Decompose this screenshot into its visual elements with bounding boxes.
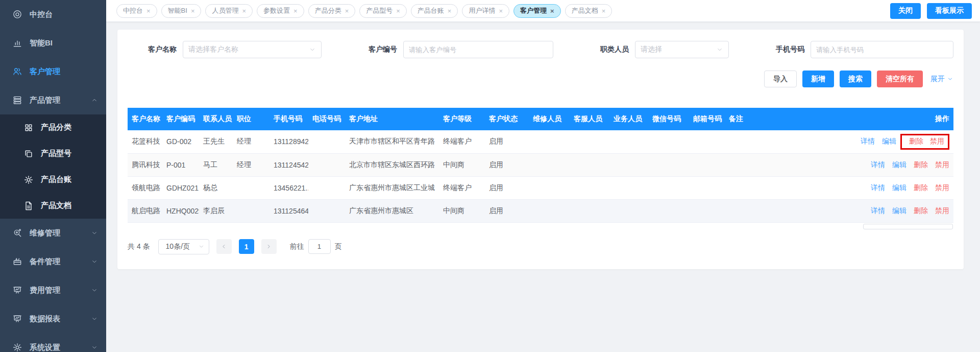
goto-page-input[interactable] — [308, 239, 331, 254]
close-icon[interactable]: × — [602, 8, 606, 14]
filter-phone: 手机号码 — [776, 41, 953, 58]
next-page-button[interactable] — [261, 239, 277, 254]
goto-label: 前往 — [290, 242, 304, 251]
disable-link[interactable]: 禁用 — [935, 206, 949, 215]
col-header: 客服人员 — [570, 108, 609, 130]
delete-link[interactable]: 删除 — [909, 137, 923, 145]
table-header-row: 客户名称 客户编码 联系人员 职位 手机号码 电话号码 客户地址 客户等级 客户… — [128, 108, 953, 130]
sidebar-item-bi[interactable]: 智能BI — [0, 29, 106, 57]
delete-link[interactable]: 删除 — [914, 206, 928, 215]
tab-product-model[interactable]: 产品型号× — [359, 4, 407, 18]
sidebar-item-spare-parts[interactable]: 备件管理 — [0, 247, 106, 276]
staff-type-select[interactable]: 请选择 — [635, 41, 729, 58]
import-button[interactable]: 导入 — [764, 71, 797, 87]
row-actions: 详情编辑删除禁用 — [801, 176, 953, 199]
prev-page-button[interactable] — [216, 239, 232, 254]
customer-name-select[interactable]: 请选择客户名称 — [183, 41, 322, 58]
col-header: 客户名称 — [128, 108, 162, 130]
sidebar-item-repair[interactable]: 维修管理 — [0, 219, 106, 247]
grid-icon — [23, 123, 34, 133]
close-button[interactable]: 关闭 — [890, 3, 921, 19]
board-view-button[interactable]: 看板展示 — [927, 3, 972, 19]
close-icon[interactable]: × — [345, 8, 349, 14]
table-row[interactable]: 领航电路 GDHZ021... 杨总 13456221... 广东省惠州市惠城区… — [128, 176, 953, 199]
disable-link[interactable]: 禁用 — [930, 137, 944, 145]
search-button[interactable]: 搜索 — [840, 71, 871, 87]
tab-params[interactable]: 参数设置× — [257, 4, 304, 18]
delete-link[interactable]: 删除 — [914, 160, 928, 169]
col-header: 微信号码 — [648, 108, 689, 130]
delete-link[interactable]: 删除 — [914, 183, 928, 192]
tab-product-category[interactable]: 产品分类× — [308, 4, 356, 18]
table-row[interactable]: 腾讯科技 P-001 马工 经理 131124542... 北京市市辖区东城区西… — [128, 153, 953, 176]
close-icon[interactable]: × — [448, 8, 452, 14]
sidebar-item-product-docs[interactable]: 产品文档 — [0, 193, 106, 219]
edit-link[interactable]: 编辑 — [892, 183, 906, 192]
table-row[interactable]: 航启电路 HZHQ0029 李启辰 131125464... 广东省惠州市惠城区… — [128, 199, 953, 222]
col-header: 客户地址 — [345, 108, 439, 130]
tab-dashboard[interactable]: 中控台× — [116, 4, 157, 18]
tab-staff[interactable]: 人员管理× — [205, 4, 253, 18]
chevron-left-icon — [220, 243, 227, 250]
close-icon[interactable]: × — [242, 8, 246, 14]
sidebar-item-dashboard[interactable]: 中控台 — [0, 0, 106, 29]
sidebar-item-reports[interactable]: 数据报表 — [0, 304, 106, 333]
detail-link[interactable]: 详情 — [861, 137, 875, 145]
app-window: 中控台 智能BI 客户管理 产品管理 产品分类 产品型号 — [0, 0, 980, 352]
sidebar-item-products[interactable]: 产品管理 — [0, 86, 106, 114]
col-header: 客户编码 — [162, 108, 199, 130]
filter-form: 客户名称 请选择客户名称 客户编号 职类人员 请选择 — [128, 41, 953, 58]
bar-chart-icon — [12, 38, 22, 48]
page-number-current[interactable]: 1 — [239, 239, 254, 254]
tab-customers[interactable]: 客户管理× — [513, 4, 561, 18]
col-header: 联系人员 — [199, 108, 233, 130]
sidebar: 中控台 智能BI 客户管理 产品管理 产品分类 产品型号 — [0, 0, 106, 352]
sidebar-item-product-category[interactable]: 产品分类 — [0, 114, 106, 140]
table-row[interactable]: 花篮科技 GD-002 王先生 经理 131128942... 天津市市辖区和平… — [128, 130, 953, 153]
add-button[interactable]: 新增 — [802, 71, 834, 87]
col-header: 电话号码 — [308, 108, 345, 130]
horizontal-scrollbar[interactable] — [128, 223, 953, 231]
sidebar-item-product-model[interactable]: 产品型号 — [0, 140, 106, 167]
tab-product-docs[interactable]: 产品文档× — [565, 4, 612, 18]
tab-product-ledger[interactable]: 产品台账× — [411, 4, 458, 18]
close-icon[interactable]: × — [499, 8, 503, 14]
sidebar-item-label: 数据报表 — [30, 314, 91, 324]
disable-link[interactable]: 禁用 — [935, 183, 949, 192]
tab-bi[interactable]: 智能BI× — [161, 4, 202, 18]
scrollbar-thumb[interactable] — [863, 224, 953, 229]
main-area: 中控台× 智能BI× 人员管理× 参数设置× 产品分类× 产品型号× 产品台账×… — [106, 0, 980, 352]
detail-link[interactable]: 详情 — [871, 183, 885, 192]
page-size-select[interactable]: 10条/页 — [158, 239, 209, 254]
disable-link[interactable]: 禁用 — [935, 160, 949, 169]
row-actions: 详情编辑删除禁用 — [801, 153, 953, 176]
close-icon[interactable]: × — [550, 8, 554, 14]
sidebar-item-customers[interactable]: 客户管理 — [0, 57, 106, 86]
red-annotation-box: 删除禁用 — [900, 134, 949, 150]
sidebar-item-product-ledger[interactable]: 产品台账 — [0, 167, 106, 193]
sidebar-item-settings[interactable]: 系统设置 — [0, 333, 106, 352]
customer-code-input[interactable] — [403, 41, 553, 58]
sidebar-item-label: 产品管理 — [30, 96, 91, 105]
sidebar-item-expenses[interactable]: 费用管理 — [0, 276, 106, 304]
close-icon[interactable]: × — [146, 8, 151, 14]
close-icon[interactable]: × — [396, 8, 400, 14]
detail-link[interactable]: 详情 — [871, 160, 885, 169]
edit-link[interactable]: 编辑 — [892, 206, 906, 215]
phone-input[interactable] — [811, 41, 953, 58]
sidebar-item-label: 产品分类 — [41, 123, 98, 132]
sidebar-item-label: 系统设置 — [30, 343, 91, 352]
customer-table: 客户名称 客户编码 联系人员 职位 手机号码 电话号码 客户地址 客户等级 客户… — [128, 108, 953, 223]
chevron-up-icon — [91, 97, 98, 104]
chevron-down-icon — [91, 229, 98, 237]
close-icon[interactable]: × — [293, 8, 298, 14]
edit-link[interactable]: 编辑 — [882, 137, 896, 145]
edit-link[interactable]: 编辑 — [892, 160, 906, 169]
close-icon[interactable]: × — [191, 8, 195, 14]
gear-icon — [23, 175, 34, 185]
col-header: 职位 — [233, 108, 270, 130]
detail-link[interactable]: 详情 — [871, 206, 885, 215]
tab-user-detail[interactable]: 用户详情× — [462, 4, 509, 18]
clear-all-button[interactable]: 清空所有 — [877, 71, 923, 87]
expand-toggle[interactable]: 展开 — [930, 75, 953, 84]
